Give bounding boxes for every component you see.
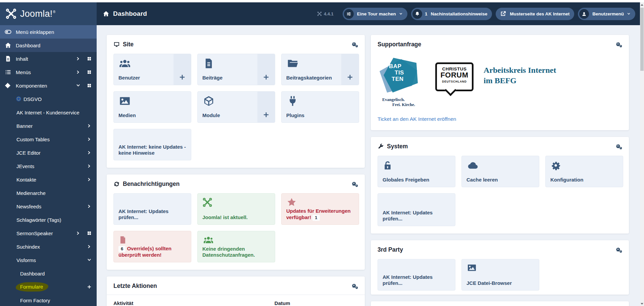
tour-button[interactable]: Eine Tour machen — [343, 8, 407, 20]
monitor-icon — [113, 41, 120, 48]
sidebar-item-komponenten[interactable]: Komponenten — [0, 79, 97, 92]
joomla-version: 4.4.1 — [317, 11, 334, 16]
scrollbar-thumb[interactable] — [640, 8, 644, 71]
grid-icon[interactable] — [87, 56, 92, 61]
christusforum-logo: CHRISTUS FORUM DEUTSCHLAND — [435, 62, 474, 91]
user-menu-button[interactable]: Benutzermenü — [578, 8, 635, 20]
post-installation-messages-button[interactable]: 1 Nachinstallationshinweise — [411, 8, 492, 20]
options-gears-icon[interactable] — [616, 143, 622, 150]
cloud-icon — [466, 160, 479, 171]
sidebar-item-banner[interactable]: Banner — [0, 119, 97, 133]
sidebar-item-form-factory[interactable]: Form Factory — [0, 294, 97, 306]
plus-icon[interactable] — [87, 285, 92, 289]
tile-benutzer[interactable]: Benutzer — [113, 54, 191, 85]
sidebar-item-schlagwoerter[interactable]: Schlagwörter (Tags) — [0, 213, 97, 226]
sidebar-item-formulare[interactable]: Formulare — [0, 280, 97, 294]
tile-ak-updates-check[interactable]: AK Internet: Updates prüfen... — [113, 193, 191, 225]
tile-joomla-up-to-date[interactable]: Joomla! ist aktuell. — [197, 193, 275, 225]
support-heading: Arbeitskreis Internet im BEFG — [484, 65, 556, 107]
plus-icon — [179, 74, 186, 81]
quick-add-button[interactable] — [341, 54, 359, 85]
joomla-admin-dashboard: Joomla! ® Menü einklappen Dashboard Inha… — [0, 0, 644, 306]
count-badge: 1 — [312, 215, 319, 221]
quick-add-button[interactable] — [257, 92, 275, 122]
sidebar: Joomla! ® Menü einklappen Dashboard Inha… — [0, 2, 97, 306]
sidebar-item-jevents[interactable]: JEvents — [0, 159, 97, 173]
sidebar-item-dsgvo[interactable]: DSGVO — [0, 92, 97, 106]
tile-overrides[interactable]: 6 Override(s) sollten überprüft werden! — [113, 231, 191, 262]
support-card-title: Supportanfrage — [378, 41, 421, 48]
vertical-scrollbar[interactable] — [640, 2, 644, 306]
main-content: Site Benutzer Beiträge — [97, 25, 640, 306]
frontend-preview-button[interactable]: Musterseite des AK Internet — [496, 8, 574, 20]
star-icon — [286, 197, 297, 207]
tile-ak-updates-check[interactable]: AK Internet: Updates prüfen... — [378, 259, 455, 291]
menus-icon — [5, 69, 11, 75]
topbar: Dashboard 4.4.1 Eine Tour machen 1 Nachi… — [97, 2, 644, 25]
sidebar-item-medienarche[interactable]: Medienarche — [0, 186, 97, 200]
brand-name: Joomla! — [20, 9, 53, 19]
chevron-right-icon — [87, 123, 92, 128]
open-ticket-link[interactable]: Ticket an den AK Internet eröffnen — [371, 116, 463, 130]
options-gears-icon[interactable] — [616, 41, 622, 48]
tile-extension-updates[interactable]: Updates für Erweiterungen verfügbar! 1 — [281, 193, 359, 225]
tile-ak-updates-status[interactable]: AK Internet: keine Updates - keine Hinwe… — [113, 129, 191, 160]
tile-clear-cache[interactable]: Cache leeren — [461, 156, 539, 187]
options-gears-icon[interactable] — [616, 247, 622, 253]
grid-icon[interactable] — [87, 231, 92, 236]
eu-flag-icon — [16, 96, 21, 102]
tile-beitraege[interactable]: Beiträge — [197, 54, 275, 85]
tile-plugins[interactable]: Plugins — [281, 91, 359, 123]
tile-privacy-requests[interactable]: Keine dringenden Datenschutzanfragen. — [197, 231, 275, 262]
sidebar-item-menu-collapse[interactable]: Menü einklappen — [0, 25, 97, 39]
system-card-title: System — [378, 143, 408, 150]
grid-icon[interactable] — [87, 70, 92, 74]
tile-global-checkin[interactable]: Globales Freigeben — [378, 156, 455, 187]
sidebar-item-inhalt[interactable]: Inhalt — [0, 52, 97, 65]
sidebar-item-dashboard[interactable]: Dashboard — [0, 39, 97, 52]
tile-ak-updates-check[interactable]: AK Internet: Updates prüfen... — [378, 193, 455, 226]
sidebar-item-jce-editor[interactable]: JCE Editor — [0, 146, 97, 159]
actions-table-header: Aktivität Datum — [107, 295, 365, 306]
chevron-down-icon — [399, 12, 403, 16]
options-gears-icon[interactable] — [352, 41, 358, 48]
sidebar-item-menus[interactable]: Menüs — [0, 65, 97, 79]
quick-add-button[interactable] — [174, 54, 191, 85]
sidebar-item-visforms[interactable]: Visforms — [0, 253, 97, 267]
sidebar-item-ak-internet-kundenservice[interactable]: AK Internet - Kundenservice — [0, 106, 97, 119]
chevron-right-icon — [76, 231, 81, 236]
bell-icon — [412, 9, 422, 19]
tile-module[interactable]: Module — [197, 91, 275, 123]
file-icon — [118, 235, 127, 245]
quick-add-button[interactable] — [257, 54, 275, 85]
sidebar-item-sermonspeaker[interactable]: SermonSpeaker — [0, 226, 97, 240]
sidebar-item-custom-tables[interactable]: Custom Tables — [0, 133, 97, 146]
tile-beitragskategorien[interactable]: Beitragskategorien — [281, 54, 359, 85]
chevron-right-icon — [87, 164, 92, 168]
grid-icon[interactable] — [87, 83, 92, 88]
chevron-right-icon — [87, 177, 92, 182]
external-link-icon — [500, 10, 506, 17]
baptisten-logo: BAP TIS TEN Evangelisch. Frei. Kirche. — [378, 57, 433, 107]
tile-medien[interactable]: Medien — [113, 91, 191, 123]
sidebar-item-suchindex[interactable]: Suchindex — [0, 240, 97, 253]
support-card: Supportanfrage BAP TIS TEN — [371, 35, 629, 130]
third-party-title: 3rd Party — [378, 246, 403, 253]
joomla-icon — [202, 197, 212, 207]
chevron-right-icon — [76, 56, 81, 61]
user-icon — [579, 9, 589, 19]
scroll-down-button[interactable] — [640, 301, 644, 306]
users-icon — [202, 235, 214, 245]
options-gears-icon[interactable] — [352, 181, 358, 187]
sidebar-item-newsfeeds[interactable]: Newsfeeds — [0, 200, 97, 213]
chevron-right-icon — [87, 150, 92, 155]
sidebar-item-visforms-dashboard[interactable]: Dashboard — [0, 267, 97, 280]
toggle-icon — [5, 29, 11, 35]
tile-jce-file-browser[interactable]: JCE Datei-Browser — [461, 259, 539, 291]
tile-configuration[interactable]: Konfiguration — [545, 156, 623, 187]
scroll-up-button[interactable] — [640, 2, 644, 7]
options-gears-icon[interactable] — [352, 283, 358, 289]
chevron-down-icon — [87, 258, 92, 262]
sidebar-item-kontakte[interactable]: Kontakte — [0, 173, 97, 186]
plus-icon — [263, 74, 269, 81]
